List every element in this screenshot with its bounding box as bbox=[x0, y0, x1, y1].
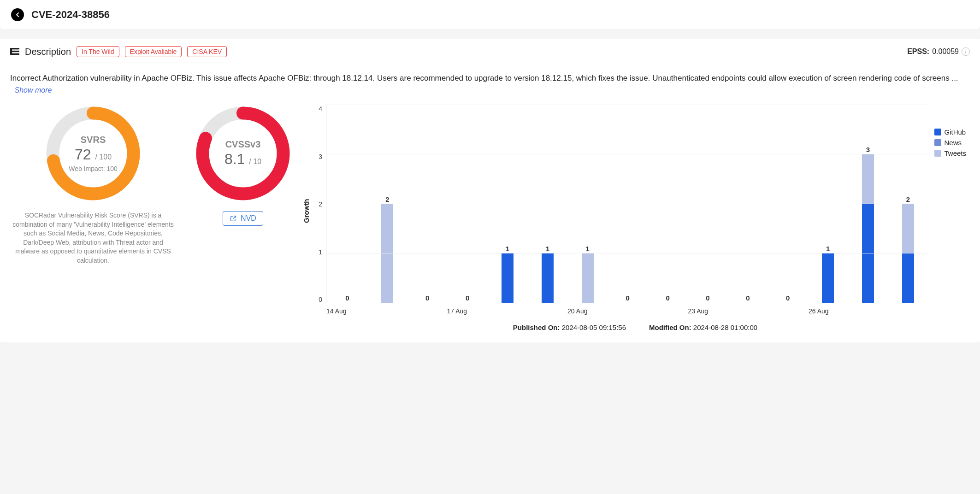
bar-value-label: 0 bbox=[425, 294, 429, 302]
description-content: Incorrect Authorization vulnerability in… bbox=[10, 74, 958, 82]
bar-value-label: 0 bbox=[786, 294, 790, 302]
svg-rect-3 bbox=[10, 48, 12, 55]
bar bbox=[902, 204, 914, 303]
section-title: Description bbox=[25, 47, 71, 57]
bar-value-label: 0 bbox=[746, 294, 750, 302]
arrow-left-icon bbox=[14, 11, 21, 18]
info-icon[interactable]: i bbox=[962, 47, 970, 56]
legend-swatch bbox=[934, 129, 941, 135]
external-link-icon bbox=[230, 215, 237, 222]
bar-slot: 3 bbox=[848, 105, 888, 303]
growth-chart: Growth 43210 020011100000132 14 Aug17 Au… bbox=[301, 105, 970, 333]
svrs-sub: Web Impact: 100 bbox=[69, 165, 118, 172]
bar-value-label: 2 bbox=[906, 195, 910, 203]
bar-value-label: 1 bbox=[546, 245, 549, 253]
bar bbox=[582, 253, 594, 303]
bar-slot: 0 bbox=[768, 105, 808, 303]
bar-value-label: 0 bbox=[666, 294, 669, 302]
svrs-caption: SOCRadar Vulnerability Risk Score (SVRS)… bbox=[10, 211, 176, 265]
cvss-value: 8.1 bbox=[224, 151, 245, 167]
bar-value-label: 0 bbox=[345, 294, 349, 302]
x-tick: 23 Aug bbox=[688, 307, 809, 315]
svrs-gauge-block: SVRS 72 / 100 Web Impact: 100 SOCRadar V… bbox=[10, 105, 176, 333]
bar bbox=[502, 253, 514, 303]
epss-value: 0.00059 bbox=[932, 47, 959, 56]
legend-swatch bbox=[934, 150, 941, 157]
svrs-label: SVRS bbox=[81, 135, 106, 145]
description-text: Incorrect Authorization vulnerability in… bbox=[0, 63, 980, 100]
legend-item[interactable]: News bbox=[934, 139, 966, 147]
svrs-gauge: SVRS 72 / 100 Web Impact: 100 bbox=[45, 105, 142, 202]
meta-row: Published On: 2024-08-05 09:15:56 Modifi… bbox=[301, 317, 970, 333]
cvss-gauge-block: CVSSv3 8.1 / 10 NVD bbox=[195, 105, 291, 333]
legend-label: Tweets bbox=[944, 149, 966, 157]
nvd-link[interactable]: NVD bbox=[223, 211, 263, 226]
legend-item[interactable]: Tweets bbox=[934, 149, 966, 157]
badge-cisa-kev: CISA KEV bbox=[187, 46, 227, 57]
cvss-label: CVSSv3 bbox=[225, 139, 261, 150]
legend-label: GitHub bbox=[944, 128, 966, 136]
bar-value-label: 2 bbox=[385, 195, 389, 203]
bar-slot: 0 bbox=[608, 105, 648, 303]
epss-label: EPSS: bbox=[907, 47, 929, 56]
list-icon bbox=[10, 48, 19, 55]
bar-value-label: 0 bbox=[706, 294, 709, 302]
show-more-link[interactable]: Show more bbox=[14, 86, 52, 94]
chart-legend: GitHubNewsTweets bbox=[929, 105, 970, 317]
bar-value-label: 0 bbox=[466, 294, 469, 302]
bar-slot: 0 bbox=[448, 105, 488, 303]
legend-item[interactable]: GitHub bbox=[934, 128, 966, 136]
page-title: CVE-2024-38856 bbox=[31, 9, 110, 21]
bar-slot: 1 bbox=[567, 105, 608, 303]
cvss-gauge: CVSSv3 8.1 / 10 bbox=[195, 105, 291, 202]
growth-y-label: Growth bbox=[301, 105, 312, 317]
bar-value-label: 1 bbox=[586, 245, 590, 253]
x-tick: 14 Aug bbox=[326, 307, 447, 315]
bar-slot: 1 bbox=[527, 105, 567, 303]
published-label: Published On: bbox=[513, 323, 560, 331]
bar-value-label: 3 bbox=[866, 146, 870, 153]
description-card: Description In The Wild Exploit Avaliabl… bbox=[0, 39, 980, 342]
bar bbox=[862, 154, 874, 303]
chart-plot: 020011100000132 14 Aug17 Aug20 Aug23 Aug… bbox=[326, 105, 929, 303]
x-tick: 26 Aug bbox=[809, 307, 929, 315]
bar bbox=[822, 253, 834, 303]
bar-slot: 1 bbox=[488, 105, 528, 303]
bar-slot: 2 bbox=[888, 105, 928, 303]
bar-slot: 0 bbox=[688, 105, 728, 303]
bar-slot: 1 bbox=[808, 105, 848, 303]
bar-slot: 2 bbox=[367, 105, 407, 303]
bar-value-label: 1 bbox=[506, 245, 509, 253]
nvd-label: NVD bbox=[241, 214, 256, 223]
y-axis: 43210 bbox=[312, 105, 326, 317]
bar bbox=[381, 204, 393, 303]
cvss-max: / 10 bbox=[249, 158, 261, 165]
badge-in-the-wild: In The Wild bbox=[77, 46, 119, 57]
badge-exploit-available: Exploit Avaliable bbox=[125, 46, 182, 57]
x-tick: 17 Aug bbox=[447, 307, 568, 315]
legend-swatch bbox=[934, 139, 941, 146]
bar-slot: 0 bbox=[648, 105, 688, 303]
legend-label: News bbox=[944, 139, 962, 147]
bar-value-label: 0 bbox=[626, 294, 630, 302]
description-header: Description In The Wild Exploit Avaliabl… bbox=[0, 39, 980, 63]
bar-slot: 0 bbox=[327, 105, 367, 303]
svrs-max: / 100 bbox=[95, 153, 112, 161]
x-tick: 20 Aug bbox=[567, 307, 688, 315]
back-button[interactable] bbox=[11, 8, 24, 21]
bar bbox=[542, 253, 554, 303]
bar-value-label: 1 bbox=[826, 245, 830, 253]
modified-label: Modified On: bbox=[649, 323, 691, 331]
bar-slot: 0 bbox=[407, 105, 448, 303]
published-value: 2024-08-05 09:15:56 bbox=[562, 323, 626, 331]
bar-slot: 0 bbox=[728, 105, 768, 303]
svrs-value: 72 bbox=[75, 146, 91, 163]
page-header: CVE-2024-38856 bbox=[0, 0, 980, 29]
modified-value: 2024-08-28 01:00:00 bbox=[693, 323, 757, 331]
